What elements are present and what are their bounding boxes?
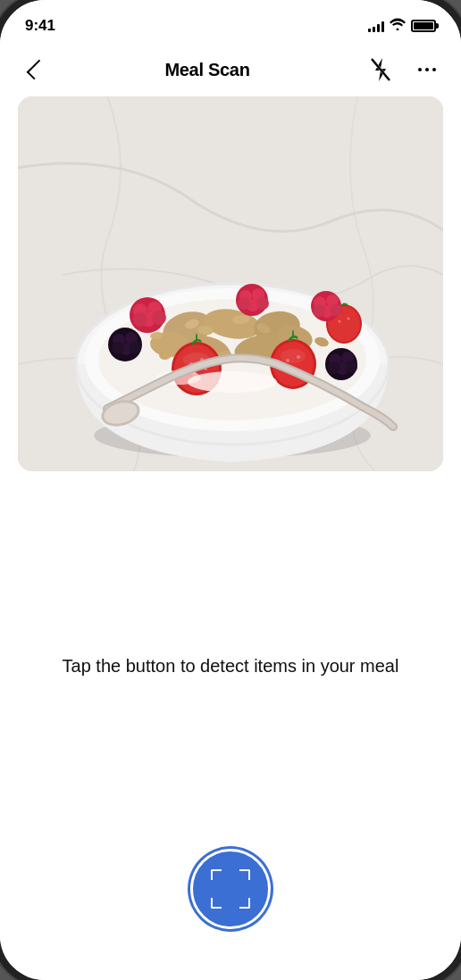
reticle-corner-br [239, 898, 250, 909]
main-content: Tap the button to detect items in your m… [0, 96, 461, 980]
status-time: 9:41 [25, 17, 55, 35]
scan-reticle-icon [211, 869, 250, 909]
flash-off-icon [371, 58, 390, 81]
svg-point-58 [330, 303, 342, 316]
scan-meal-button[interactable] [193, 851, 268, 926]
more-options-button[interactable] [411, 54, 443, 86]
nav-bar: Meal Scan [0, 46, 461, 96]
reticle-corner-tl [211, 869, 222, 880]
reticle-corner-tr [239, 869, 250, 880]
svg-point-46 [152, 311, 166, 325]
more-dots-icon [418, 68, 436, 71]
back-arrow-icon [27, 60, 47, 80]
svg-point-59 [313, 304, 325, 317]
status-bar: 9:41 [0, 0, 461, 46]
svg-point-40 [339, 320, 341, 323]
nav-actions [365, 54, 443, 86]
svg-point-52 [256, 297, 269, 310]
svg-point-47 [133, 312, 147, 327]
svg-point-34 [281, 349, 306, 363]
svg-point-64 [129, 341, 141, 353]
battery-icon [411, 20, 436, 32]
signal-bar-3 [377, 24, 380, 32]
reticle-corner-bl [211, 898, 222, 909]
svg-point-72 [188, 371, 277, 393]
phone-frame: 9:41 Meal Scan [0, 0, 461, 980]
back-button[interactable] [18, 54, 50, 86]
instruction-text: Tap the button to detect items in your m… [63, 653, 399, 678]
food-illustration [18, 96, 443, 471]
svg-point-70 [345, 361, 357, 373]
signal-bars-icon [368, 20, 384, 32]
status-icons [368, 18, 436, 34]
scan-button-section [193, 851, 268, 980]
svg-point-53 [238, 297, 250, 310]
food-image [18, 96, 443, 471]
svg-point-35 [286, 359, 289, 362]
instruction-section: Tap the button to detect items in your m… [27, 471, 435, 851]
svg-point-65 [112, 342, 124, 354]
svg-point-36 [297, 355, 300, 359]
svg-point-71 [328, 361, 340, 374]
signal-bar-4 [381, 21, 384, 32]
page-title: Meal Scan [164, 60, 249, 80]
signal-bar-2 [373, 27, 375, 32]
flash-toggle-button[interactable] [365, 54, 397, 86]
food-image-container [18, 96, 443, 471]
svg-point-41 [348, 318, 350, 320]
battery-fill [414, 22, 433, 29]
wifi-icon [390, 18, 406, 34]
signal-bar-1 [368, 29, 371, 32]
